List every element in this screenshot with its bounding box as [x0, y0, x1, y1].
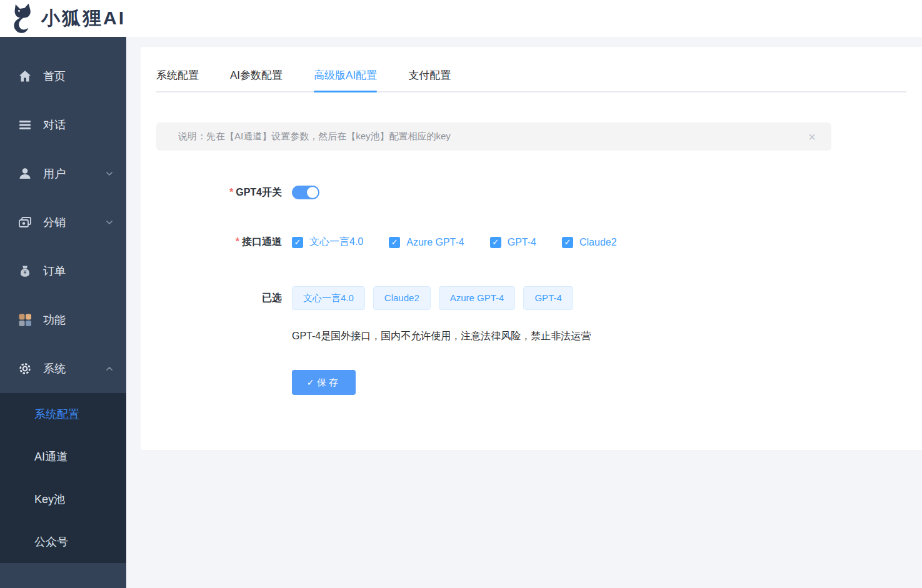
sidebar-item-label: 订单 [43, 264, 66, 279]
checkbox-claude2[interactable]: ✓ Claude2 [562, 237, 617, 248]
tab-payment-config[interactable]: 支付配置 [408, 68, 451, 91]
user-icon [18, 166, 33, 181]
svg-text:¥: ¥ [23, 269, 27, 276]
note-row: GPT-4是国外接口，国内不允许使用，注意法律风险，禁止非法运营 [156, 330, 906, 343]
app-title: 小狐狸AI [41, 6, 126, 31]
distribution-icon [18, 215, 33, 230]
selected-tag: 文心一言4.0 [292, 286, 365, 310]
features-grid-icon [18, 312, 33, 327]
main-content-area: 系统配置 AI参数配置 高级版AI配置 支付配置 说明：先在【AI通道】设置参数… [126, 37, 922, 588]
sidebar-item-orders[interactable]: ¥ 订单 [0, 247, 126, 296]
save-button[interactable]: ✓ 保存 [292, 370, 356, 395]
check-icon: ✓ [307, 377, 314, 387]
required-asterisk: * [229, 187, 233, 197]
sidebar-item-distribution[interactable]: 分销 [0, 198, 126, 247]
chevron-down-icon [104, 217, 115, 228]
submenu-item-label: Key池 [34, 492, 65, 507]
sidebar-item-label: 对话 [43, 117, 66, 132]
settings-card: 系统配置 AI参数配置 高级版AI配置 支付配置 说明：先在【AI通道】设置参数… [141, 47, 922, 450]
sidebar-item-homepage[interactable]: 首页 [0, 52, 126, 101]
submenu-item-ai-channel[interactable]: AI通道 [0, 436, 126, 478]
gpt4-switch-label: *GPT4开关 [156, 186, 282, 199]
settings-tabs: 系统配置 AI参数配置 高级版AI配置 支付配置 [156, 47, 906, 92]
sidebar-nav: 首页 对话 用户 [0, 37, 126, 588]
checkbox-checked-icon: ✓ [292, 237, 303, 248]
checkbox-checked-icon: ✓ [389, 237, 400, 248]
sidebar-item-chat[interactable]: 对话 [0, 101, 126, 149]
tab-advanced-ai-config[interactable]: 高级版AI配置 [314, 68, 377, 91]
toggle-knob [307, 187, 318, 198]
required-asterisk: * [236, 236, 239, 247]
sidebar-item-users[interactable]: 用户 [0, 149, 126, 198]
advanced-ai-form: *GPT4开关 *接口通道 ✓ 文心一言4.0 ✓ Azure GP [156, 186, 906, 395]
tab-system-config[interactable]: 系统配置 [156, 68, 199, 91]
checkbox-gpt4[interactable]: ✓ GPT-4 [490, 237, 536, 248]
alert-message: 说明：先在【AI通道】设置参数，然后在【key池】配置相应的key [178, 131, 451, 142]
legal-warning-text: GPT-4是国外接口，国内不允许使用，注意法律风险，禁止非法运营 [292, 330, 591, 343]
channels-row: *接口通道 ✓ 文心一言4.0 ✓ Azure GPT-4 ✓ GPT-4 [156, 236, 906, 249]
sidebar-item-system[interactable]: 系统 [0, 344, 126, 393]
selected-tag: Claude2 [373, 286, 431, 310]
submenu-item-label: 公众号 [34, 534, 68, 549]
chevron-down-icon [104, 168, 115, 179]
sidebar-item-features[interactable]: 功能 [0, 296, 126, 344]
tab-ai-params-config[interactable]: AI参数配置 [230, 68, 283, 91]
system-submenu: 系统配置 AI通道 Key池 公众号 [0, 393, 126, 563]
submenu-item-system-config[interactable]: 系统配置 [0, 393, 126, 436]
sidebar-item-label: 首页 [43, 69, 66, 84]
selected-row: 已选 文心一言4.0 Claude2 Azure GPT-4 GPT-4 [156, 286, 906, 310]
submenu-item-official-account[interactable]: 公众号 [0, 521, 126, 563]
selected-tag: Azure GPT-4 [439, 286, 516, 310]
submenu-item-label: 系统配置 [34, 407, 79, 422]
sidebar-item-label: 功能 [43, 312, 66, 327]
submenu-item-label: AI通道 [34, 449, 68, 464]
selected-tag: GPT-4 [523, 286, 573, 310]
info-alert: 说明：先在【AI通道】设置参数，然后在【key池】配置相应的key × [156, 122, 831, 151]
sidebar-item-label: 系统 [43, 361, 66, 376]
checkbox-checked-icon: ✓ [562, 237, 573, 248]
close-icon[interactable]: × [808, 131, 816, 143]
checkbox-wenxin[interactable]: ✓ 文心一言4.0 [292, 236, 363, 249]
selected-label: 已选 [156, 292, 282, 305]
chevron-up-icon [104, 363, 115, 374]
gpt4-switch-row: *GPT4开关 [156, 186, 906, 199]
app-header: 小狐狸AI [0, 0, 922, 37]
submenu-item-key-pool[interactable]: Key池 [0, 478, 126, 521]
gear-icon [18, 361, 33, 376]
actions-row: ✓ 保存 [156, 370, 906, 395]
checkbox-checked-icon: ✓ [490, 237, 501, 248]
dialog-list-icon [18, 117, 33, 132]
fox-logo-icon [9, 3, 36, 34]
sidebar-item-label: 分销 [43, 215, 66, 230]
money-bag-icon: ¥ [18, 264, 33, 279]
sidebar-item-label: 用户 [43, 166, 66, 181]
checkbox-azure-gpt4[interactable]: ✓ Azure GPT-4 [389, 237, 464, 248]
gpt4-toggle-switch[interactable] [292, 186, 319, 199]
channels-label: *接口通道 [156, 236, 282, 249]
home-icon [18, 69, 33, 84]
